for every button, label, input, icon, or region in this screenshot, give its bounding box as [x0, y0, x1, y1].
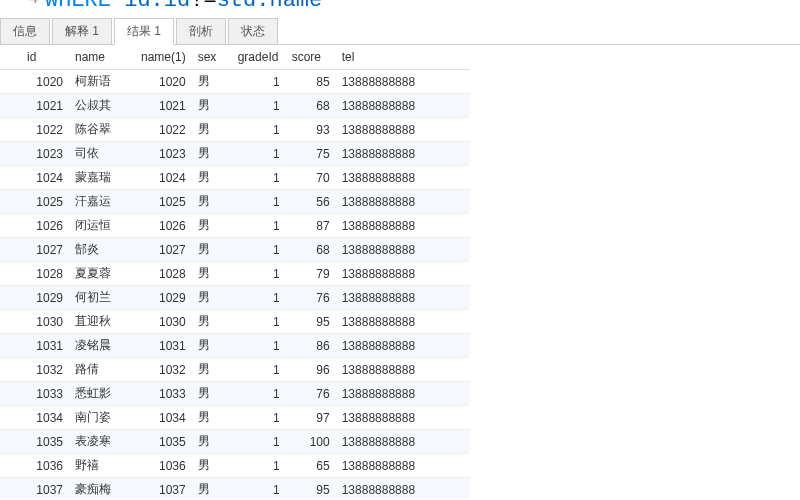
cell-tel[interactable]: 13888888888 [336, 262, 470, 286]
cell-tel[interactable]: 13888888888 [336, 358, 470, 382]
col-header-gradeId[interactable]: gradeId [232, 45, 286, 70]
table-row[interactable]: 1026闭运恒1026男18713888888888 [0, 214, 470, 238]
cell-name[interactable]: 路倩 [69, 358, 135, 382]
cell-id[interactable]: 1031 [21, 334, 69, 358]
col-header-name[interactable]: name [69, 45, 135, 70]
cell-tel[interactable]: 13888888888 [336, 214, 470, 238]
table-row[interactable]: 1030苴迎秋1030男19513888888888 [0, 310, 470, 334]
cell-tel[interactable]: 13888888888 [336, 334, 470, 358]
cell-name1[interactable]: 1021 [135, 94, 192, 118]
table-row[interactable]: 1032路倩1032男19613888888888 [0, 358, 470, 382]
cell-id[interactable]: 1035 [21, 430, 69, 454]
cell-tel[interactable]: 13888888888 [336, 406, 470, 430]
cell-sex[interactable]: 男 [192, 118, 232, 142]
cell-score[interactable]: 100 [286, 430, 336, 454]
cell-sex[interactable]: 男 [192, 238, 232, 262]
cell-name1[interactable]: 1022 [135, 118, 192, 142]
cell-name1[interactable]: 1035 [135, 430, 192, 454]
cell-id[interactable]: 1025 [21, 190, 69, 214]
cell-tel[interactable]: 13888888888 [336, 478, 470, 500]
cell-gradeId[interactable]: 1 [232, 334, 286, 358]
tab-2[interactable]: 结果 1 [114, 18, 174, 45]
result-table-wrap[interactable]: idnamename(1)sexgradeIdscoretel 1020柯新语1… [0, 45, 800, 499]
cell-gradeId[interactable]: 1 [232, 286, 286, 310]
table-row[interactable]: 1028夏夏蓉1028男17913888888888 [0, 262, 470, 286]
table-row[interactable]: 1035表凌寒1035男110013888888888 [0, 430, 470, 454]
cell-score[interactable]: 85 [286, 70, 336, 94]
table-row[interactable]: 1020柯新语1020男18513888888888 [0, 70, 470, 94]
cell-name1[interactable]: 1023 [135, 142, 192, 166]
cell-gradeId[interactable]: 1 [232, 166, 286, 190]
cell-sex[interactable]: 男 [192, 382, 232, 406]
tab-0[interactable]: 信息 [0, 18, 50, 44]
cell-gradeId[interactable]: 1 [232, 94, 286, 118]
cell-gradeId[interactable]: 1 [232, 214, 286, 238]
cell-id[interactable]: 1030 [21, 310, 69, 334]
cell-name1[interactable]: 1027 [135, 238, 192, 262]
cell-sex[interactable]: 男 [192, 454, 232, 478]
cell-id[interactable]: 1026 [21, 214, 69, 238]
cell-sex[interactable]: 男 [192, 310, 232, 334]
cell-score[interactable]: 93 [286, 118, 336, 142]
cell-gradeId[interactable]: 1 [232, 382, 286, 406]
cell-id[interactable]: 1021 [21, 94, 69, 118]
cell-score[interactable]: 87 [286, 214, 336, 238]
cell-gradeId[interactable]: 1 [232, 262, 286, 286]
cell-name1[interactable]: 1020 [135, 70, 192, 94]
cell-tel[interactable]: 13888888888 [336, 310, 470, 334]
cell-sex[interactable]: 男 [192, 430, 232, 454]
cell-id[interactable]: 1023 [21, 142, 69, 166]
col-header-id[interactable]: id [21, 45, 69, 70]
table-row[interactable]: 1023司依1023男17513888888888 [0, 142, 470, 166]
table-row[interactable]: 1034南门姿1034男19713888888888 [0, 406, 470, 430]
cell-id[interactable]: 1033 [21, 382, 69, 406]
cell-sex[interactable]: 男 [192, 478, 232, 500]
cell-tel[interactable]: 13888888888 [336, 166, 470, 190]
cell-name1[interactable]: 1030 [135, 310, 192, 334]
cell-id[interactable]: 1027 [21, 238, 69, 262]
col-header-tel[interactable]: tel [336, 45, 470, 70]
cell-sex[interactable]: 男 [192, 190, 232, 214]
cell-gradeId[interactable]: 1 [232, 70, 286, 94]
table-row[interactable]: 1025汗嘉运1025男15613888888888 [0, 190, 470, 214]
cell-score[interactable]: 96 [286, 358, 336, 382]
cell-sex[interactable]: 男 [192, 70, 232, 94]
cell-name[interactable]: 公叔其 [69, 94, 135, 118]
cell-name[interactable]: 豪痴梅 [69, 478, 135, 500]
cell-name[interactable]: 凌铭晨 [69, 334, 135, 358]
cell-score[interactable]: 86 [286, 334, 336, 358]
cell-tel[interactable]: 13888888888 [336, 190, 470, 214]
cell-name1[interactable]: 1028 [135, 262, 192, 286]
cell-id[interactable]: 1032 [21, 358, 69, 382]
cell-score[interactable]: 95 [286, 478, 336, 500]
cell-id[interactable]: 1037 [21, 478, 69, 500]
cell-score[interactable]: 75 [286, 142, 336, 166]
table-row[interactable]: 1024蒙嘉瑞1024男17013888888888 [0, 166, 470, 190]
cell-score[interactable]: 56 [286, 190, 336, 214]
cell-gradeId[interactable]: 1 [232, 190, 286, 214]
cell-sex[interactable]: 男 [192, 358, 232, 382]
cell-sex[interactable]: 男 [192, 406, 232, 430]
cell-name[interactable]: 陈谷翠 [69, 118, 135, 142]
cell-id[interactable]: 1020 [21, 70, 69, 94]
col-header-name(1)[interactable]: name(1) [135, 45, 192, 70]
cell-name[interactable]: 何初兰 [69, 286, 135, 310]
tab-3[interactable]: 剖析 [176, 18, 226, 44]
cell-name[interactable]: 南门姿 [69, 406, 135, 430]
cell-name[interactable]: 悉虹影 [69, 382, 135, 406]
cell-score[interactable]: 68 [286, 94, 336, 118]
cell-gradeId[interactable]: 1 [232, 430, 286, 454]
cell-name1[interactable]: 1033 [135, 382, 192, 406]
cell-sex[interactable]: 男 [192, 286, 232, 310]
cell-score[interactable]: 70 [286, 166, 336, 190]
tab-1[interactable]: 解释 1 [52, 18, 112, 44]
cell-score[interactable]: 76 [286, 382, 336, 406]
col-header-sex[interactable]: sex [192, 45, 232, 70]
cell-name1[interactable]: 1029 [135, 286, 192, 310]
cell-sex[interactable]: 男 [192, 262, 232, 286]
cell-name[interactable]: 苴迎秋 [69, 310, 135, 334]
cell-gradeId[interactable]: 1 [232, 406, 286, 430]
cell-name1[interactable]: 1025 [135, 190, 192, 214]
cell-score[interactable]: 76 [286, 286, 336, 310]
cell-tel[interactable]: 13888888888 [336, 286, 470, 310]
